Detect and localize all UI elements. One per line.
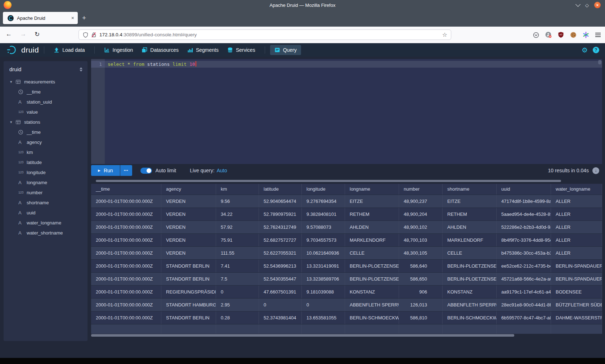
cell-shortname[interactable]: CELLE — [443, 247, 497, 259]
tree-column-value[interactable]: 123value — [4, 107, 88, 117]
cell-km[interactable]: 7.5 — [216, 273, 259, 285]
extension-asterisk-icon[interactable] — [583, 32, 589, 38]
tree-table-measurements[interactable]: ▾measurements — [4, 77, 88, 87]
back-button[interactable]: ← — [6, 31, 12, 38]
cell-agency[interactable]: STANDORT HAMBURG — [161, 299, 216, 311]
cell-water_longname[interactable]: ALLER — [551, 195, 602, 208]
help-icon[interactable]: ? — [593, 47, 599, 53]
ublock-icon[interactable]: uO — [558, 32, 564, 38]
cell-longname[interactable]: BERLIN-SCHMOECKWITZ — [345, 311, 399, 324]
run-button[interactable]: ▶ Run — [91, 165, 120, 176]
cell-shortname[interactable]: EITZE — [443, 195, 497, 208]
minimize-button[interactable] — [575, 1, 581, 6]
cell-latitude[interactable]: 52.5430355447 — [259, 273, 302, 285]
run-more-button[interactable]: ••• — [120, 165, 132, 176]
cell-km[interactable]: 0.28 — [216, 311, 259, 324]
column-header-number[interactable]: number — [399, 184, 443, 195]
tab-close-icon[interactable]: × — [71, 15, 74, 21]
cell-longname[interactable]: BERLIN-PLOETZENSEE C — [345, 260, 399, 272]
cell-shortname[interactable]: BERLIN-SCHMOECKWITZ — [443, 311, 497, 324]
cell-km[interactable]: 9.56 — [216, 195, 259, 208]
tree-column-water_shortname[interactable]: Awater_shortname — [4, 228, 88, 238]
column-header-agency[interactable]: agency — [161, 184, 216, 195]
url-bar[interactable]: 172.18.0.4:30899/unified-console.html#qu… — [79, 29, 451, 40]
cell-longitude[interactable]: 9.181039088 — [302, 286, 345, 298]
cell-uuid[interactable]: 47174d8f-1b8e-4599-8a — [497, 195, 551, 208]
cell-longitude[interactable]: 0 — [302, 299, 345, 311]
cell-__time[interactable]: 2000-01-01T00:00:00.000Z — [91, 208, 161, 220]
auto-limit-toggle[interactable] — [140, 168, 152, 174]
cell-water_longname[interactable]: ALLER — [551, 234, 602, 246]
column-header-__time[interactable]: __time — [91, 184, 161, 195]
cell-shortname[interactable]: KONSTANZ — [443, 286, 497, 298]
cell-number[interactable]: 48,900,102 — [399, 221, 443, 233]
cell-longitude[interactable]: 9.57088073 — [302, 221, 345, 233]
cell-km[interactable]: 111.55 — [216, 247, 259, 259]
cell-uuid[interactable]: 8b4f9f7c-3376-4dd8-95c — [497, 234, 551, 246]
cell-longname[interactable]: MARKLENDORF — [345, 234, 399, 246]
cell-water_longname[interactable]: BERLIN-SPANDAUER-S — [551, 273, 602, 285]
cell-number[interactable]: 48,900,237 — [399, 195, 443, 208]
container-account-icon[interactable] — [545, 32, 552, 38]
cell-agency[interactable]: VERDEN — [161, 247, 216, 259]
cell-number[interactable]: 586,810 — [399, 311, 443, 324]
cell-km[interactable]: 0 — [216, 286, 259, 298]
results-hscrollbar-top-thumb[interactable] — [96, 180, 561, 182]
column-header-longname[interactable]: longname — [345, 184, 399, 195]
cell-uuid[interactable]: 45721a68-566c-4e2a-a6 — [497, 273, 551, 285]
cell-water_longname[interactable]: ALLER — [551, 247, 602, 259]
cell-water_longname[interactable]: ALLER — [551, 208, 602, 220]
cell-latitude[interactable]: 52.6227055321 — [259, 247, 302, 259]
gear-icon[interactable]: ⚙ — [582, 47, 588, 54]
cell-water_longname[interactable]: BÜTZFLETHER SÜDERE — [551, 299, 602, 311]
tree-column-water_longname[interactable]: Awater_longname — [4, 218, 88, 228]
insecure-lock-icon[interactable] — [91, 32, 97, 38]
forward-button[interactable]: → — [20, 31, 26, 38]
tree-column-uuid[interactable]: Auuid — [4, 208, 88, 218]
cell-latitude[interactable]: 52.5436996213 — [259, 260, 302, 272]
cell-water_longname[interactable]: BERLIN-SPANDAUER-S — [551, 260, 602, 272]
cell-number[interactable]: 126,013 — [399, 299, 443, 311]
cell-number[interactable]: 906 — [399, 286, 443, 298]
code-line[interactable]: select * from stations limit 10 — [108, 61, 196, 68]
cell-longitude[interactable]: 9.2767694354 — [302, 195, 345, 208]
cell-longname[interactable]: EITZE — [345, 195, 399, 208]
cell-longitude[interactable]: 10.0621640936 — [302, 247, 345, 259]
cell-agency[interactable]: VERDEN — [161, 221, 216, 233]
cell-number[interactable]: 48,900,204 — [399, 208, 443, 220]
cell-km[interactable]: 7.41 — [216, 260, 259, 272]
tree-column-station_uuid[interactable]: Astation_uuid — [4, 97, 88, 107]
new-tab-button[interactable]: + — [82, 14, 86, 22]
shield-icon[interactable] — [83, 32, 88, 38]
maximize-button[interactable]: ◇ — [585, 3, 589, 8]
cell-longname[interactable]: CELLE — [345, 247, 399, 259]
cell-uuid[interactable]: 28ec91e8-90c0-44d1-8fc — [497, 299, 551, 311]
cell-__time[interactable]: 2000-01-01T00:00:00.000Z — [91, 195, 161, 208]
cell-water_longname[interactable]: DAHME-WASSERSTRAS — [551, 311, 602, 324]
results-hscrollbar-bottom-thumb[interactable] — [91, 334, 514, 337]
cell-uuid[interactable]: 522286e2-b2b3-4d0d-9a — [497, 221, 551, 233]
close-button[interactable]: × — [594, 2, 601, 8]
cell-agency[interactable]: STANDORT BERLIN — [161, 273, 216, 285]
bookmark-star-icon[interactable]: ☆ — [442, 31, 447, 38]
cookie-icon[interactable] — [570, 32, 577, 38]
tree-column-number[interactable]: 123number — [4, 187, 88, 197]
tree-column-agency[interactable]: Aagency — [4, 137, 88, 147]
cell-number[interactable]: 48,700,103 — [399, 234, 443, 246]
tree-column-longitude[interactable]: 123longitude — [4, 167, 88, 177]
cell-latitude[interactable]: 0 — [259, 299, 302, 311]
cell-longitude[interactable]: 13.653581055 — [302, 311, 345, 324]
column-header-water_longname[interactable]: water_longname — [551, 184, 602, 195]
cell-latitude[interactable]: 52.7624312749 — [259, 221, 302, 233]
cell-latitude[interactable]: 52.9040654474 — [259, 195, 302, 208]
column-header-km[interactable]: km — [216, 184, 259, 195]
tree-table-stations[interactable]: ▾stations — [4, 117, 88, 127]
browser-tab[interactable]: Apache Druid × — [3, 12, 78, 24]
cell-__time[interactable]: 2000-01-01T00:00:00.000Z — [91, 273, 161, 285]
tree-column-shortname[interactable]: Ashortname — [4, 197, 88, 208]
cell-__time[interactable]: 2000-01-01T00:00:00.000Z — [91, 286, 161, 298]
nav-item-segments[interactable]: Segments — [183, 45, 223, 55]
tree-column-__time[interactable]: __time — [4, 127, 88, 137]
nav-item-datasources[interactable]: Datasources — [137, 45, 183, 55]
cell-uuid[interactable]: 5aaed954-de4e-4528-8f — [497, 208, 551, 220]
